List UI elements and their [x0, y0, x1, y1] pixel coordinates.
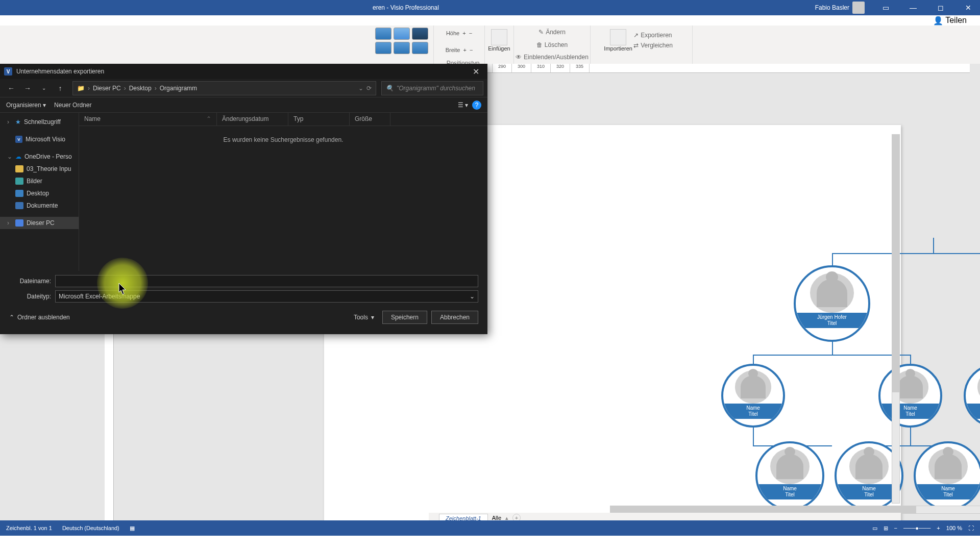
- zoom-in-button[interactable]: +: [937, 525, 940, 531]
- cancel-button[interactable]: Abbrechen: [431, 311, 478, 324]
- breadcrumb-item[interactable]: Dieser PC: [93, 85, 121, 92]
- close-button[interactable]: ✕: [957, 0, 980, 15]
- tree-theorie[interactable]: 03_Theorie Inpu: [0, 163, 79, 175]
- compare-button[interactable]: ⇄Vergleichen: [631, 41, 675, 50]
- view-options-button[interactable]: ☰ ▾: [458, 102, 468, 109]
- org-connector: [933, 238, 934, 253]
- org-node-l2a[interactable]: Jürgen HoferTitel: [794, 265, 870, 342]
- zoom-out-button[interactable]: −: [894, 525, 897, 531]
- delete-icon: 🗑: [536, 41, 543, 48]
- shape-style-3[interactable]: [412, 28, 428, 40]
- cloud-icon: ☁: [15, 153, 21, 160]
- user-name: Fabio Basler: [815, 4, 849, 11]
- org-name: Jürgen Hofer: [796, 314, 868, 320]
- nav-recent-button[interactable]: ⌄: [37, 81, 51, 95]
- hide-folders-toggle[interactable]: ⌃ Ordner ausblenden: [9, 314, 70, 321]
- search-icon: 🔍: [386, 85, 394, 92]
- breadcrumb-item[interactable]: Desktop: [129, 85, 152, 92]
- organize-button[interactable]: Organisieren ▾: [6, 102, 46, 109]
- language-indicator[interactable]: Deutsch (Deutschland): [62, 525, 119, 532]
- refresh-icon[interactable]: ⟳: [366, 85, 372, 92]
- org-connector: [753, 428, 754, 445]
- user-account[interactable]: Fabio Basler: [815, 2, 865, 14]
- nav-forward-button[interactable]: →: [20, 81, 35, 95]
- tree-quickaccess[interactable]: ›★Schnellzugriff: [0, 116, 79, 128]
- folder-icon: [15, 190, 23, 197]
- org-node-l3[interactable]: NameTitel: [878, 364, 942, 428]
- dialog-close-button[interactable]: ✕: [468, 64, 483, 79]
- column-size[interactable]: Größe: [350, 113, 390, 126]
- filetype-value: Microsoft Excel-Arbeitsmappe: [59, 293, 140, 300]
- showHide-button[interactable]: 👁Einblenden/Ausblenden: [513, 53, 591, 62]
- column-date[interactable]: Änderungsdatum: [217, 113, 288, 126]
- share-button[interactable]: 👤 Teilen: [928, 14, 972, 28]
- import-icon: [610, 29, 626, 45]
- scrollbar-vertical[interactable]: [892, 134, 900, 504]
- maximize-button[interactable]: ◻: [929, 0, 952, 15]
- new-folder-button[interactable]: Neuer Ordner: [54, 102, 91, 109]
- org-node-l4[interactable]: NameTitel: [755, 441, 824, 510]
- compare-icon: ⇄: [633, 42, 639, 49]
- macro-icon[interactable]: ▦: [130, 525, 135, 532]
- org-title: Titel: [796, 320, 868, 327]
- fit-page-button[interactable]: ⛶: [968, 525, 974, 531]
- avatar: [852, 2, 865, 14]
- addressbar-dropdown-icon[interactable]: ⌄: [358, 85, 363, 92]
- folder-tree[interactable]: ›★Schnellzugriff VMicrosoft Visio ⌄☁OneD…: [0, 113, 79, 271]
- tree-desktop[interactable]: Desktop: [0, 187, 79, 199]
- dialog-titlebar[interactable]: V Unternehmensdaten exportieren ✕: [0, 64, 487, 79]
- share-icon: 👤: [933, 16, 943, 26]
- breadcrumb-item[interactable]: Organigramm: [160, 85, 197, 92]
- delete-button[interactable]: 🗑Löschen: [534, 40, 570, 49]
- shape-style-6[interactable]: [412, 42, 428, 54]
- file-list[interactable]: Name ⌃ Änderungsdatum Typ Größe Es wurde…: [79, 113, 487, 271]
- zoom-level[interactable]: 100 %: [946, 525, 962, 531]
- zoom-slider[interactable]: ───●───: [903, 525, 930, 531]
- tree-dokumente[interactable]: Dokumente: [0, 199, 79, 212]
- chevron-down-icon: ▾: [371, 314, 374, 321]
- view-mode-1[interactable]: ▭: [872, 525, 877, 532]
- minimize-button[interactable]: —: [901, 0, 925, 15]
- insert-label: Einfügen: [488, 45, 510, 52]
- tree-visio[interactable]: VMicrosoft Visio: [0, 133, 79, 145]
- help-button[interactable]: ?: [472, 101, 481, 110]
- shape-style-1[interactable]: [375, 28, 391, 40]
- column-type[interactable]: Typ: [288, 113, 350, 126]
- save-button[interactable]: Speichern: [382, 311, 427, 324]
- insert-button[interactable]: Einfügen: [489, 28, 509, 53]
- nav-up-button[interactable]: ↑: [53, 81, 67, 95]
- tools-button[interactable]: Tools ▾: [350, 312, 378, 323]
- org-node-l3[interactable]: NameTitel: [964, 364, 980, 428]
- shape-style-5[interactable]: [394, 42, 410, 54]
- scrollbar-thumb-vertical[interactable]: [892, 135, 899, 392]
- folder-icon: [15, 165, 23, 172]
- change-button[interactable]: ✎Ändern: [536, 28, 568, 37]
- width-plus[interactable]: +: [463, 47, 466, 53]
- tree-onedrive[interactable]: ⌄☁OneDrive - Perso: [0, 151, 79, 163]
- shape-style-2[interactable]: [394, 28, 410, 40]
- tree-bilder[interactable]: Bilder: [0, 175, 79, 187]
- export-icon: ↗: [633, 32, 639, 39]
- ribbon-options-button[interactable]: ▭: [874, 0, 897, 15]
- page-indicator: Zeichenbl. 1 von 1: [6, 525, 52, 532]
- address-bar[interactable]: 📁 › Dieser PC › Desktop › Organigramm ⌄ …: [72, 81, 376, 95]
- nav-back-button[interactable]: ←: [4, 81, 18, 95]
- org-node-l3[interactable]: NameTitel: [721, 364, 785, 428]
- height-plus[interactable]: +: [462, 30, 465, 36]
- pc-icon: [15, 219, 23, 227]
- sort-indicator-icon: ⌃: [206, 115, 211, 122]
- width-minus[interactable]: −: [470, 47, 473, 53]
- search-input[interactable]: 🔍 "Organigramm" durchsuchen: [381, 81, 483, 95]
- view-mode-2[interactable]: ⊞: [884, 525, 888, 532]
- shape-style-4[interactable]: [375, 42, 391, 54]
- tree-thispc[interactable]: ›Dieser PC: [0, 217, 79, 229]
- status-bar: Zeichenbl. 1 von 1 Deutsch (Deutschland)…: [0, 520, 980, 536]
- column-name[interactable]: Name ⌃: [79, 113, 217, 126]
- height-minus[interactable]: −: [469, 30, 472, 36]
- org-connector: [832, 253, 833, 266]
- import-button[interactable]: Importieren: [608, 28, 628, 53]
- dialog-toolbar: Organisieren ▾ Neuer Ordner ☰ ▾ ?: [0, 97, 487, 113]
- scrollbar-thumb-horizontal[interactable]: [610, 506, 916, 513]
- export-button[interactable]: ↗Exportieren: [631, 31, 675, 40]
- org-node-l4[interactable]: NameTitel: [914, 441, 980, 510]
